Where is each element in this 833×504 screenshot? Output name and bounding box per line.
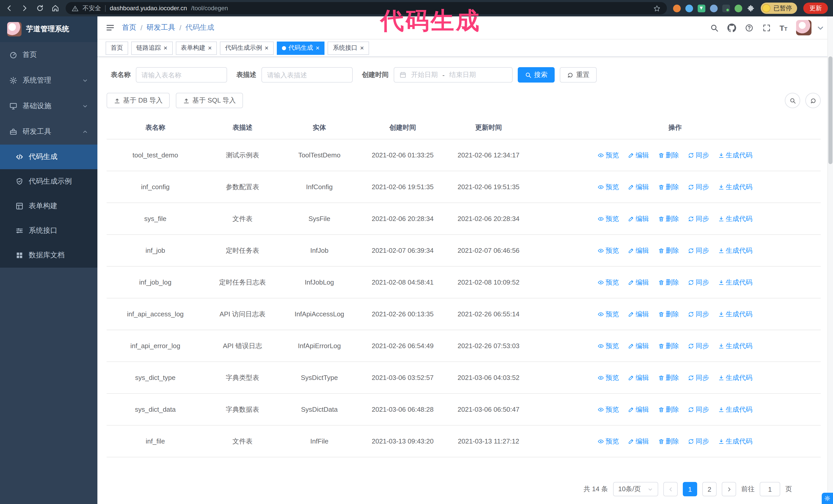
preview-link[interactable]: 预览 [598,405,619,414]
sidebar-item-codegen[interactable]: 代码生成 [0,145,97,169]
sync-link[interactable]: 同步 [688,309,709,319]
sidebar-item-codegen-example[interactable]: 代码生成示例 [0,169,97,194]
scrollbar-thumb[interactable] [828,56,832,164]
extension-icon[interactable] [710,4,718,12]
date-range-picker[interactable]: 开始日期 - 结束日期 [394,67,513,82]
address-bar[interactable]: 不安全 dashboard.yudao.iocoder.cn /tool/cod… [66,2,667,14]
sync-link[interactable]: 同步 [688,341,709,351]
user-avatar[interactable] [796,20,811,35]
bookmark-star-icon[interactable] [653,4,661,12]
delete-link[interactable]: 删除 [658,246,679,255]
close-icon[interactable] [164,45,167,51]
preview-link[interactable]: 预览 [598,214,619,223]
sidebar-item-db-docs[interactable]: 数据库文档 [0,243,97,268]
generate-code-link[interactable]: 生成代码 [718,309,753,319]
fullscreen-icon[interactable] [762,23,771,32]
extension-icon[interactable] [735,4,742,12]
back-icon[interactable] [5,4,13,12]
delete-link[interactable]: 删除 [658,150,679,160]
tab-codegen-example[interactable]: 代码生成示例 [220,41,273,55]
edit-link[interactable]: 编辑 [628,182,649,192]
extension-icon[interactable] [673,4,681,12]
goto-page-input[interactable] [760,482,780,496]
edit-link[interactable]: 编辑 [628,405,649,414]
generate-code-link[interactable]: 生成代码 [718,150,753,160]
prev-page-button[interactable] [663,482,678,496]
tab-trace[interactable]: 链路追踪 [131,41,172,55]
toggle-search-button[interactable] [785,93,800,108]
sync-link[interactable]: 同步 [688,278,709,287]
preview-link[interactable]: 预览 [598,278,619,287]
import-sql-button[interactable]: 基于 SQL 导入 [176,93,243,108]
generate-code-link[interactable]: 生成代码 [718,437,753,446]
edit-link[interactable]: 编辑 [628,309,649,319]
preview-link[interactable]: 预览 [598,437,619,446]
sidebar-item-infrastructure[interactable]: 基础设施 [0,93,97,119]
sidebar-item-form-builder[interactable]: 表单构建 [0,194,97,218]
breadcrumb-section[interactable]: 研发工具 [147,23,175,32]
sidebar-item-dev-tools[interactable]: 研发工具 [0,119,97,145]
tab-home[interactable]: 首页 [105,41,128,55]
reset-button[interactable]: 重置 [560,67,597,82]
refresh-table-button[interactable] [805,93,821,108]
delete-link[interactable]: 删除 [658,373,679,382]
sidebar-item-system-api[interactable]: 系统接口 [0,218,97,243]
page-size-select[interactable]: 10条/页 [613,482,658,496]
forward-icon[interactable] [21,4,29,12]
edit-link[interactable]: 编辑 [628,278,649,287]
help-icon[interactable] [744,23,753,32]
generate-code-link[interactable]: 生成代码 [718,373,753,382]
sync-link[interactable]: 同步 [688,150,709,160]
generate-code-link[interactable]: 生成代码 [718,278,753,287]
tab-system-api[interactable]: 系统接口 [328,41,369,55]
breadcrumb-home[interactable]: 首页 [122,23,136,32]
delete-link[interactable]: 删除 [658,341,679,351]
page-button-1[interactable]: 1 [683,482,697,496]
table-name-input[interactable] [136,67,227,82]
font-size-icon[interactable] [780,24,787,31]
extension-icon[interactable] [698,4,705,12]
preview-link[interactable]: 预览 [598,246,619,255]
sidebar-item-system[interactable]: 系统管理 [0,68,97,93]
search-icon[interactable] [710,23,718,32]
close-icon[interactable] [208,45,212,51]
preview-link[interactable]: 预览 [598,309,619,319]
generate-code-link[interactable]: 生成代码 [718,214,753,223]
generate-code-link[interactable]: 生成代码 [718,341,753,351]
generate-code-link[interactable]: 生成代码 [718,246,753,255]
tab-codegen[interactable]: 代码生成 [277,41,325,55]
delete-link[interactable]: 删除 [658,405,679,414]
close-icon[interactable] [316,45,319,51]
page-button-2[interactable]: 2 [702,482,717,496]
sync-link[interactable]: 同步 [688,373,709,382]
preview-link[interactable]: 预览 [598,182,619,192]
reload-icon[interactable] [36,4,44,12]
edit-link[interactable]: 编辑 [628,373,649,382]
close-icon[interactable] [360,45,364,51]
generate-code-link[interactable]: 生成代码 [718,182,753,192]
github-icon[interactable] [727,23,736,32]
edit-link[interactable]: 编辑 [628,150,649,160]
hamburger-icon[interactable] [105,23,115,32]
sync-link[interactable]: 同步 [688,437,709,446]
delete-link[interactable]: 删除 [658,214,679,223]
edit-link[interactable]: 编辑 [628,341,649,351]
tab-form-builder[interactable]: 表单构建 [175,41,217,55]
sync-link[interactable]: 同步 [688,182,709,192]
delete-link[interactable]: 删除 [658,182,679,192]
preview-link[interactable]: 预览 [598,150,619,160]
next-page-button[interactable] [722,482,736,496]
close-icon[interactable] [264,45,268,51]
table-desc-input[interactable] [261,67,353,82]
sync-link[interactable]: 同步 [688,214,709,223]
sync-paused-chip[interactable]: 已暂停 [761,3,797,14]
edit-link[interactable]: 编辑 [628,437,649,446]
extensions-puzzle-icon[interactable] [747,4,755,12]
delete-link[interactable]: 删除 [658,278,679,287]
sync-link[interactable]: 同步 [688,246,709,255]
search-button[interactable]: 搜索 [518,67,555,82]
page-scrollbar[interactable] [827,17,833,504]
delete-link[interactable]: 删除 [658,309,679,319]
browser-update-button[interactable]: 更新 [803,3,828,14]
generate-code-link[interactable]: 生成代码 [718,405,753,414]
